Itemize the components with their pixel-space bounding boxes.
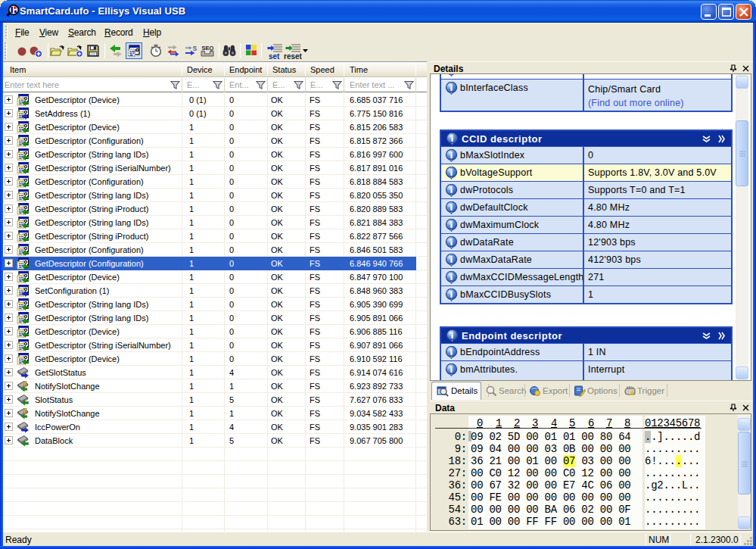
svg-text:S: S bbox=[193, 45, 198, 52]
svg-text:SEQ: SEQ bbox=[202, 45, 214, 51]
